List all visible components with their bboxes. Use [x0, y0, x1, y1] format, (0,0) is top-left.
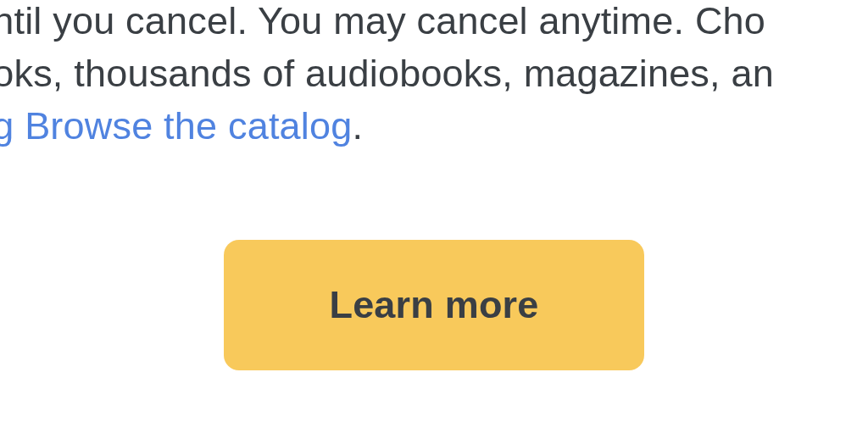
promo-description: until you cancel. You may cancel anytime… — [0, 0, 868, 153]
browse-catalog-link[interactable]: Browse the catalog — [25, 104, 352, 147]
learn-more-label: Learn more — [329, 283, 538, 327]
description-period: . — [352, 104, 363, 147]
browse-catalog-link-prefix[interactable]: og — [0, 104, 25, 147]
learn-more-button[interactable]: Learn more — [224, 240, 644, 370]
description-line-1: until you cancel. You may cancel anytime… — [0, 0, 765, 42]
description-line-2: ooks, thousands of audiobooks, magazines… — [0, 52, 774, 95]
